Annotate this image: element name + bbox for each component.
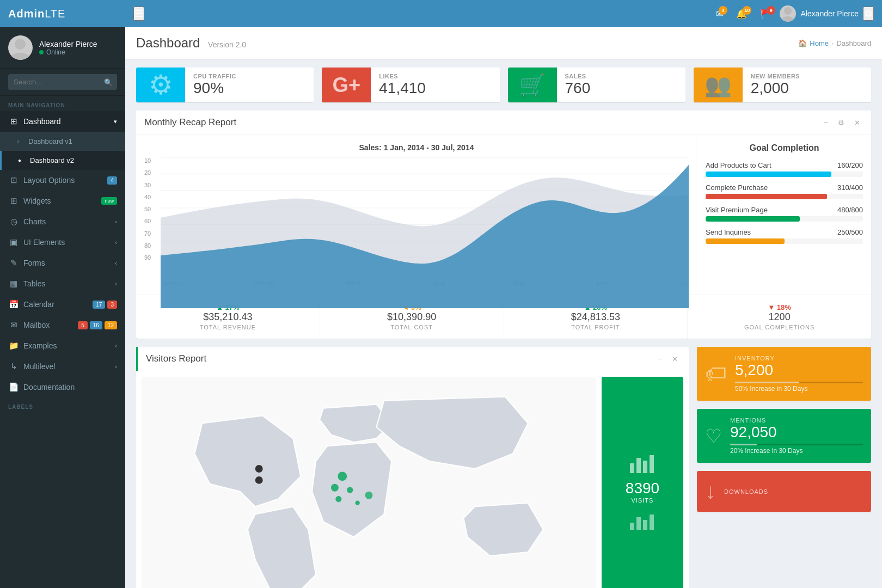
- visits-panel: 8390 VISITS: [602, 377, 683, 588]
- downloads-label: DOWNLOADS: [724, 488, 863, 495]
- close-button[interactable]: ✕: [852, 118, 863, 128]
- sidebar-item-calendar[interactable]: 📅 Calendar 17 3: [0, 294, 125, 315]
- goals-label: GOAL COMPLETIONS: [696, 324, 863, 330]
- goals-amount: 1200: [696, 311, 863, 323]
- monthly-report-card: Monthly Recap Report − ⚙ ✕ Sales: 1 Jan,…: [136, 111, 871, 339]
- svg-point-21: [365, 492, 373, 499]
- chart-container: 90 80 70 60 50 40 30 20 10: [144, 157, 689, 277]
- goal-bar-0: [706, 171, 831, 177]
- sidebar-item-ui[interactable]: ▣ UI Elements ‹: [0, 232, 125, 253]
- user-info[interactable]: Alexander Pierce: [780, 5, 859, 22]
- top-navbar: AdminLTE ☰ ✉ 4 🔔 10 🚩 9 Alexander Pierce…: [0, 0, 882, 27]
- sidebar-item-widgets[interactable]: ⊞ Widgets new: [0, 191, 125, 211]
- goal-bar-3: [706, 238, 785, 244]
- charts-icon: ◷: [8, 217, 19, 226]
- configure-button[interactable]: ⚙: [835, 118, 847, 128]
- calendar-badge2: 3: [107, 301, 117, 309]
- user-panel-info: Alexander Pierce Online: [39, 40, 97, 56]
- mailbox-badge3: 12: [105, 321, 117, 329]
- members-value: 2,000: [751, 79, 863, 97]
- chart-svg: [161, 157, 689, 308]
- sidebar-sub-dashboard: Dashboard v1 Dashboard v2: [0, 132, 125, 170]
- visits-label: VISITS: [626, 497, 659, 504]
- hamburger-button[interactable]: ☰: [133, 7, 144, 21]
- nav-section-label: MAIN NAVIGATION: [0, 96, 125, 111]
- mail-badge: 4: [719, 6, 727, 15]
- labels-title: LABELS: [0, 397, 125, 413]
- stat-boxes: ⚙ CPU TRAFFIC 90% G+ LIKES 41,410: [136, 68, 871, 102]
- flag-button[interactable]: 🚩 9: [756, 6, 775, 22]
- goal-item-2: Visit Premium Page 480/800: [706, 206, 863, 222]
- svg-point-3: [10, 53, 30, 60]
- sidebar-item-dashboard-v1[interactable]: Dashboard v1: [0, 132, 125, 151]
- stat-box-likes: G+ LIKES 41,410: [322, 68, 499, 102]
- sidebar-item-examples[interactable]: 📁 Examples ‹: [0, 335, 125, 356]
- inventory-label: INVENTORY: [735, 355, 863, 362]
- brand-logo: AdminLTE: [8, 8, 133, 20]
- sales-value: 760: [565, 79, 677, 97]
- minimize-button[interactable]: −: [821, 118, 831, 128]
- layout: Alexander Pierce Online 🔍 MAIN NAVIGATIO…: [0, 27, 882, 588]
- svg-point-18: [347, 487, 353, 493]
- card-header-monthly: Monthly Recap Report − ⚙ ✕: [136, 111, 871, 135]
- cost-label: TOTAL COST: [328, 324, 495, 330]
- settings-button[interactable]: ⚙: [863, 7, 874, 21]
- breadcrumb-home[interactable]: Home: [810, 39, 829, 47]
- svg-rect-22: [630, 463, 634, 473]
- mentions-icon: ♡: [705, 425, 722, 447]
- brand-admin: Admin: [8, 8, 45, 20]
- cpu-value: 90%: [193, 79, 305, 97]
- monthly-report-title: Monthly Recap Report: [144, 117, 236, 128]
- examples-icon: 📁: [8, 341, 19, 351]
- sidebar-item-multilevel[interactable]: ↳ Multilevel ‹: [0, 356, 125, 377]
- search-button[interactable]: 🔍: [104, 78, 113, 86]
- map-area: [142, 377, 596, 588]
- forms-arrow: ‹: [115, 260, 117, 266]
- content-header: Dashboard Version 2.0 🏠 Home › Dashboard: [125, 27, 882, 59]
- search-input[interactable]: [8, 74, 117, 90]
- avatar: [8, 35, 33, 60]
- bell-button[interactable]: 🔔 10: [732, 6, 751, 22]
- likes-icon: G+: [322, 68, 371, 102]
- svg-point-2: [15, 39, 26, 50]
- sidebar-item-forms[interactable]: ✎ Forms ‹: [0, 253, 125, 273]
- search-box: 🔍: [0, 69, 125, 96]
- dashboard-arrow: ▾: [114, 118, 117, 125]
- goals-change: ▼ 18%: [696, 303, 863, 311]
- sidebar-item-docs[interactable]: 📄 Documentation: [0, 377, 125, 397]
- sidebar-item-tables[interactable]: ▦ Tables ‹: [0, 273, 125, 294]
- svg-rect-24: [643, 461, 647, 473]
- goal-bar-1: [706, 194, 827, 199]
- sidebar-item-dashboard-v2[interactable]: Dashboard v2: [0, 151, 125, 170]
- bottom-section: Visitors Report − ✕: [136, 347, 871, 588]
- svg-point-15: [255, 476, 263, 484]
- sidebar-item-mailbox[interactable]: ✉ Mailbox 5 16 12: [0, 315, 125, 335]
- ui-arrow: ‹: [115, 239, 117, 246]
- mail-button[interactable]: ✉ 4: [712, 6, 727, 22]
- visitors-report-card: Visitors Report − ✕: [136, 347, 689, 588]
- sidebar-item-charts[interactable]: ◷ Charts ‹: [0, 211, 125, 232]
- sidebar-user-status: Online: [39, 48, 97, 56]
- svg-rect-27: [636, 517, 641, 530]
- stat-box-sales: 🛒 SALES 760: [508, 68, 685, 102]
- mailbox-badge1: 5: [78, 321, 88, 329]
- likes-label: LIKES: [379, 73, 491, 79]
- page-title: Dashboard Version 2.0: [136, 35, 246, 50]
- sidebar-item-dashboard[interactable]: ⊞ Dashboard ▾: [0, 111, 125, 132]
- mentions-label: MENTIONS: [730, 417, 863, 424]
- mentions-sub: 20% Increase in 30 Days: [730, 447, 863, 455]
- svg-point-0: [784, 7, 792, 15]
- sales-label: SALES: [565, 73, 677, 79]
- chart-y-labels: 90 80 70 60 50 40 30 20 10: [144, 157, 161, 261]
- mailbox-icon: ✉: [8, 320, 19, 330]
- world-map-svg: [142, 377, 596, 588]
- visitors-minimize[interactable]: −: [655, 354, 665, 364]
- visitors-card-tools: − ✕: [655, 354, 681, 364]
- calendar-icon: 📅: [8, 299, 19, 309]
- goal-bar-2: [706, 216, 800, 222]
- visitors-close[interactable]: ✕: [669, 354, 681, 364]
- svg-point-19: [335, 496, 341, 502]
- chart-section: Sales: 1 Jan, 2014 - 30 Jul, 2014 90 80 …: [136, 135, 871, 295]
- sidebar-item-layout[interactable]: ⊡ Layout Options 4: [0, 170, 125, 191]
- home-icon: 🏠: [798, 39, 807, 47]
